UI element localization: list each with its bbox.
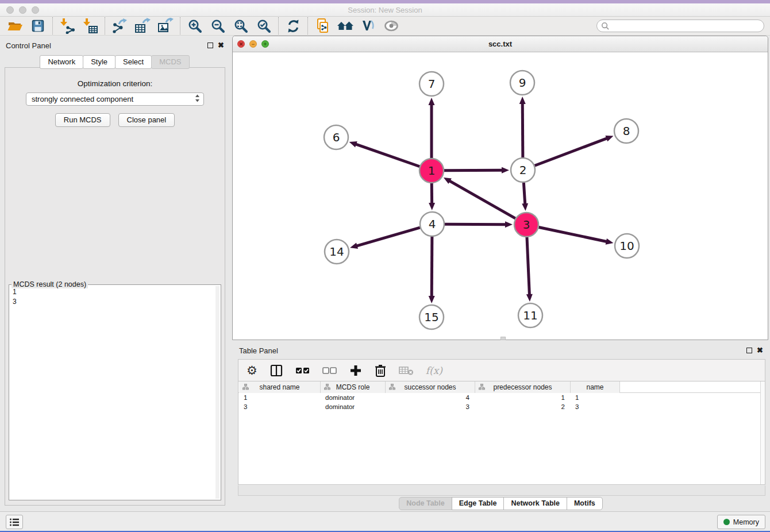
search-input[interactable] [610, 21, 764, 31]
edge-arrowhead [526, 294, 533, 302]
deselect-all-button[interactable] [322, 366, 337, 375]
export-image-button[interactable] [154, 17, 177, 35]
edge-arrowhead [605, 136, 613, 141]
close-table-panel-icon[interactable]: ✖ [757, 348, 763, 353]
export-image-icon [157, 18, 174, 34]
memory-label: Memory [733, 518, 759, 526]
column-header-name[interactable]: name [571, 381, 620, 393]
select-all-button[interactable] [295, 366, 310, 375]
splitter-handle[interactable] [500, 337, 506, 340]
search-field[interactable] [596, 20, 764, 32]
close-panel-icon[interactable]: ✖ [218, 43, 224, 48]
tab-motifs[interactable]: Motifs [567, 497, 603, 510]
cell-mcds-role[interactable]: dominator [321, 393, 386, 402]
edge-1-6[interactable] [355, 144, 419, 167]
column-label: predecessor nodes [493, 383, 552, 391]
tab-network[interactable]: Network [40, 55, 83, 69]
tab-mcds[interactable]: MCDS [151, 55, 189, 69]
cell-shared-name[interactable]: 3 [239, 402, 321, 411]
export-table-icon [134, 18, 151, 34]
column-sort-icon[interactable] [479, 384, 485, 390]
table-hscroll-area[interactable] [238, 485, 765, 496]
tab-node-table[interactable]: Node Table [399, 497, 452, 510]
column-header-mcds-role[interactable]: MCDS role [321, 381, 386, 393]
cell-shared-name[interactable]: 1 [239, 393, 321, 402]
deselect-all-icon [322, 366, 337, 375]
split-panel-button[interactable] [270, 364, 283, 377]
gear-icon: ⚙ [247, 365, 257, 376]
node-table: shared nameMCDS rolesuccessor nodesprede… [238, 381, 765, 485]
save-disk-icon [30, 18, 45, 33]
column-sort-icon[interactable] [389, 384, 395, 390]
edge-3-10[interactable] [539, 228, 607, 242]
edge-arrowhead [502, 167, 509, 174]
edge-4-15[interactable] [432, 237, 432, 297]
show-graphics-details-button[interactable] [380, 17, 403, 35]
window-title: Session: New Session [0, 6, 770, 14]
close-panel-button[interactable]: Close panel [118, 113, 175, 127]
apply-visual-style-button[interactable] [357, 17, 380, 35]
delete-table-button[interactable] [399, 365, 414, 376]
export-network-button[interactable] [108, 17, 131, 35]
zoom-selected-button[interactable] [252, 17, 275, 35]
table-row-2[interactable]: 3dominator323 [238, 402, 765, 411]
float-table-panel-icon[interactable] [746, 348, 752, 353]
edge-1-2[interactable] [444, 170, 503, 171]
column-header-shared-name[interactable]: shared name [239, 381, 321, 393]
import-table-button[interactable] [79, 17, 102, 35]
table-settings-button[interactable]: ⚙ [247, 365, 257, 376]
add-column-button[interactable] [349, 364, 362, 377]
zoom-fit-button[interactable] [229, 17, 252, 35]
float-panel-icon[interactable] [207, 43, 213, 48]
tab-select[interactable]: Select [115, 55, 152, 69]
cell-name[interactable]: 3 [571, 402, 620, 411]
cell-successor-nodes[interactable]: 4 [386, 393, 475, 402]
edge-2-3[interactable] [523, 183, 525, 205]
edge-3-11[interactable] [527, 237, 529, 295]
edge-4-3[interactable] [445, 224, 506, 225]
refresh-button[interactable] [282, 17, 305, 35]
task-history-button[interactable] [6, 515, 23, 529]
optimization-criterion-label: Optimization criterion: [5, 79, 225, 88]
tab-edge-table[interactable]: Edge Table [452, 497, 505, 510]
tab-style[interactable]: Style [83, 55, 116, 69]
cell-predecessor-nodes[interactable]: 1 [475, 393, 571, 402]
open-session-button[interactable] [3, 17, 26, 35]
column-sort-icon[interactable] [324, 384, 330, 390]
table-scrollbar[interactable] [760, 381, 765, 484]
memory-button[interactable]: Memory [717, 515, 765, 529]
zoom-in-button[interactable] [183, 17, 206, 35]
tab-network-table[interactable]: Network Table [503, 497, 567, 510]
function-builder-button[interactable]: f(x) [426, 365, 442, 376]
apply-preferred-layout-button[interactable] [334, 17, 357, 35]
edge-3-1[interactable] [449, 180, 515, 218]
save-session-button[interactable] [26, 17, 49, 35]
run-mcds-button[interactable]: Run MCDS [55, 113, 110, 127]
column-sort-icon[interactable] [242, 384, 249, 390]
cell-predecessor-nodes[interactable]: 2 [475, 402, 571, 411]
cell-successor-nodes[interactable]: 3 [386, 402, 475, 411]
criterion-select[interactable]: strongly connected component [26, 92, 204, 106]
edge-2-9[interactable] [522, 103, 523, 157]
network-canvas[interactable]: 1234678910111415 [233, 53, 768, 340]
node-label-8: 8 [623, 124, 630, 138]
zoom-out-button[interactable] [206, 17, 229, 35]
node-label-6: 6 [333, 130, 340, 144]
edge-4-14[interactable] [356, 228, 420, 246]
application-window: Session: New Session [0, 0, 770, 532]
clone-network-button[interactable] [311, 17, 334, 35]
cell-mcds-role[interactable]: dominator [321, 402, 386, 411]
import-network-button[interactable] [56, 17, 79, 35]
column-header-predecessor-nodes[interactable]: predecessor nodes [475, 381, 571, 393]
column-header-successor-nodes[interactable]: successor nodes [386, 381, 475, 393]
export-table-button[interactable] [131, 17, 154, 35]
cell-name[interactable]: 1 [571, 393, 620, 402]
network-window-titlebar[interactable]: ✕ − + scc.txt [233, 36, 768, 52]
zoom-selected-icon [256, 18, 272, 34]
edge-2-8[interactable] [535, 138, 608, 165]
edge-arrowhead [350, 242, 358, 249]
import-table-icon [82, 18, 98, 34]
mcds-result-scrollbar[interactable] [215, 286, 220, 499]
table-row-1[interactable]: 1dominator411 [238, 393, 765, 402]
delete-column-button[interactable] [374, 364, 387, 377]
